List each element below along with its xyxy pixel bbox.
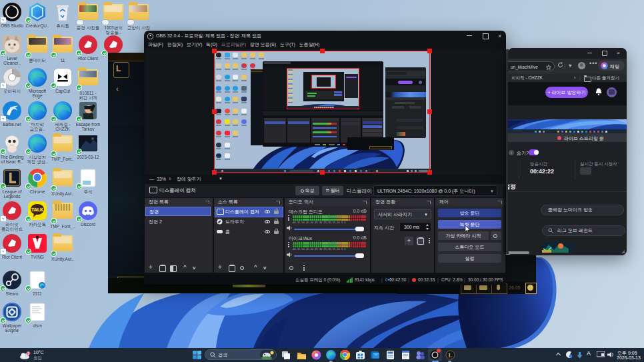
svg-text:L: L — [448, 352, 452, 359]
svg-text:TALK: TALK — [31, 207, 43, 212]
